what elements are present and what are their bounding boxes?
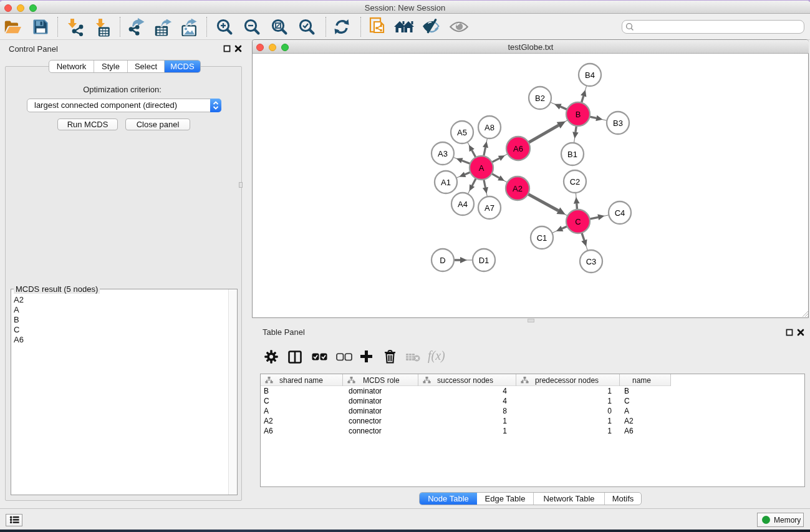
svg-text:A8: A8 bbox=[485, 123, 494, 132]
svg-text:D: D bbox=[440, 256, 445, 265]
svg-text:C4: C4 bbox=[615, 208, 625, 218]
svg-text:C3: C3 bbox=[586, 257, 597, 266]
svg-text:A5: A5 bbox=[457, 128, 467, 137]
svg-text:A1: A1 bbox=[441, 178, 451, 187]
svg-text:C: C bbox=[575, 217, 581, 226]
svg-text:B4: B4 bbox=[585, 70, 595, 80]
svg-text:B3: B3 bbox=[613, 118, 623, 128]
svg-text:B2: B2 bbox=[535, 94, 545, 103]
svg-text:C1: C1 bbox=[537, 233, 547, 243]
svg-text:B1: B1 bbox=[567, 150, 577, 159]
svg-text:A: A bbox=[479, 163, 485, 173]
svg-text:C2: C2 bbox=[570, 177, 581, 186]
svg-text:A4: A4 bbox=[458, 200, 468, 209]
svg-text:B: B bbox=[576, 110, 581, 119]
svg-text:D1: D1 bbox=[479, 256, 489, 265]
svg-text:A7: A7 bbox=[485, 203, 494, 213]
svg-text:A2: A2 bbox=[513, 184, 523, 193]
svg-text:A6: A6 bbox=[513, 144, 523, 153]
svg-text:A3: A3 bbox=[438, 149, 448, 158]
